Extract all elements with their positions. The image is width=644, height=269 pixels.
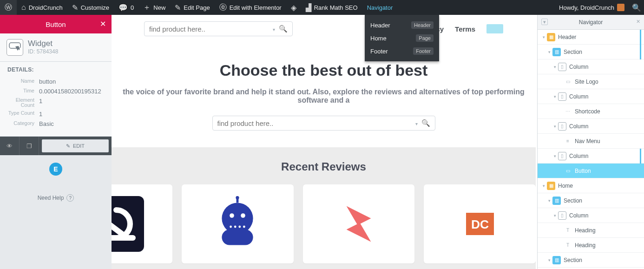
sec-icon: ▥ [552,197,561,205]
tree-node-heading[interactable]: THeading [538,238,644,253]
edit-page[interactable]: ✎Edit Page [170,0,214,15]
toggle-icon[interactable]: ▾ [546,198,552,203]
tree-node-site-logo[interactable]: ▭Site Logo [538,74,644,89]
review-card[interactable] [112,184,172,263]
navigator-panel-header: ▾ Navigator ✕ [538,15,644,30]
tree-node-label: Section [564,257,582,263]
navigator-dropdown-item[interactable]: FooterFooter [365,45,439,58]
tree-node-shortcode[interactable]: ⋯Shortcode [538,104,644,119]
el-icon: ▭ [564,78,572,86]
el-icon: ≡ [564,137,572,145]
search-icon[interactable] [279,25,288,33]
tree-node-section[interactable]: ▾▥Section [538,45,644,59]
hero-search-input[interactable] [217,119,412,127]
edit-elementor[interactable]: ⓔEdit with Elementor [215,0,286,15]
col-icon: ▯ [558,152,566,160]
customize-link[interactable]: ✎Customize [67,0,114,15]
comments-link[interactable]: 💬0 [114,0,138,15]
nav-cta-button[interactable] [486,24,503,33]
svg-point-6 [230,226,232,228]
header-search[interactable] [144,21,293,36]
tree-node-label: Section [564,197,582,204]
site-name-label: DroidCrunch [29,4,63,11]
review-card[interactable] [303,184,415,263]
elementor-icon: ⓔ [219,3,227,13]
tree-node-heading[interactable]: THeading [538,223,644,238]
svg-point-2 [222,203,253,234]
tree-node-label: Column [569,153,588,159]
toggle-icon[interactable]: ▾ [546,258,552,262]
svg-point-7 [234,226,237,228]
tree-node-column[interactable]: ▾▯Column [538,119,644,134]
elementor-navigator-panel: ▾ Navigator ✕ ▾▦Header▾▥Section▾▯Column▭… [537,15,644,269]
chevron-down-icon[interactable] [273,25,275,33]
tree-node-label: Heading [575,242,596,249]
tree-node-header[interactable]: ▾▦Header [538,30,644,45]
el-icon: T [564,226,572,235]
toggle-icon[interactable]: ▾ [552,213,558,218]
tree-node-column[interactable]: ▾▯Column [538,59,644,74]
tree-node-column[interactable]: ▾▯Column [538,89,644,104]
nav-terms[interactable]: Terms [455,25,475,33]
tree-node-section[interactable]: ▾▥Section [538,193,644,208]
navigator-menu[interactable]: Navigator [362,0,398,15]
edit-button[interactable]: ✎EDIT [42,139,109,152]
tree-node-label: Shortcode [575,108,600,115]
col-icon: ▯ [558,63,566,71]
page-preview: Privacy Terms Choose the best out of bes… [112,15,536,269]
tree-node-button[interactable]: ▭Button [538,164,644,178]
toggle-icon[interactable]: ▾ [552,94,558,99]
tree-node-label: Site Logo [575,79,598,85]
hdr-icon: ▦ [547,33,555,41]
user-greeting[interactable]: Howdy, DroidCrunch [554,0,629,15]
dock-icon[interactable]: ▾ [541,19,548,25]
tree-node-label: Column [569,93,588,100]
close-icon[interactable]: ✕ [636,19,640,25]
new-content[interactable]: ＋New [138,0,170,15]
svg-rect-3 [222,230,253,245]
plus-icon: ＋ [143,3,151,13]
tree-node-label: Button [575,168,591,174]
active-indicator [640,30,641,45]
hero-search[interactable] [212,116,435,131]
rankmath[interactable]: ▟Rank Math SEO [301,0,362,15]
toggle-icon[interactable]: ▾ [552,65,558,69]
cursor-icon [7,39,23,56]
navigator-dropdown: HeaderHeaderHomePageFooterFooter [365,15,439,61]
wp-logo[interactable]: ⓦ [0,0,17,15]
pencil-icon: ✎ [175,3,181,12]
navigator-dropdown-item[interactable]: HeaderHeader [365,19,439,32]
tree-node-label: Nav Menu [575,138,600,144]
diamond-icon: ◈ [291,3,296,12]
tree-node-home[interactable]: ▾▦Home [538,178,644,193]
tree-node-label: Header [558,34,576,40]
toggle-icon[interactable]: ▾ [546,50,552,54]
review-card[interactable] [182,184,294,263]
elementor-logo-icon[interactable]: E [49,163,62,176]
toggle-icon[interactable]: ▾ [540,35,547,39]
tree-node-nav-menu[interactable]: ≡Nav Menu [538,134,644,149]
navigator-dropdown-item[interactable]: HomePage [365,32,439,45]
tree-node-column[interactable]: ▾▯Column [538,208,644,223]
crocoblock[interactable]: ◈ [286,0,301,15]
chevron-down-icon[interactable] [415,119,418,127]
close-icon[interactable]: ✕ [100,20,106,28]
wp-admin-bar: ⓦ ⌂DroidCrunch ✎Customize 💬0 ＋New ✎Edit … [0,0,644,15]
need-help[interactable]: Need Help? [7,194,104,202]
search-input[interactable] [149,25,269,33]
toggle-icon[interactable]: ▾ [552,154,558,158]
navigator-panel-title: Navigator [579,19,603,26]
toggle-icon[interactable]: ▾ [540,184,547,188]
details-heading: DETAILS: [7,66,104,73]
tree-node-column[interactable]: ▾▯Column [538,149,644,164]
copy-button[interactable]: ❐ [20,137,39,155]
tree-node-section[interactable]: ▾▥Section [538,253,644,268]
site-name[interactable]: ⌂DroidCrunch [17,0,67,15]
review-card[interactable]: DC [424,184,536,263]
search-icon[interactable] [421,119,430,127]
adminbar-search[interactable]: 🔍 [629,0,644,15]
toggle-icon[interactable]: ▾ [552,124,558,129]
hdr-icon: ▦ [547,182,555,190]
search-icon: 🔍 [632,3,641,12]
preview-button[interactable]: 👁 [0,137,20,155]
